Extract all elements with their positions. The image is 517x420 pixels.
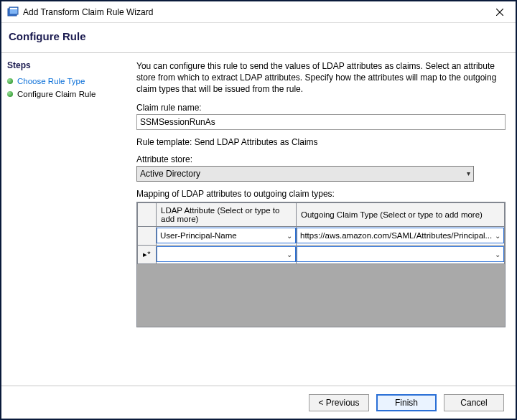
chevron-down-icon: ⌄ <box>287 232 292 240</box>
header-area: Configure Rule <box>1 23 516 53</box>
step-bullet-icon <box>7 78 13 84</box>
window-title: Add Transform Claim Rule Wizard <box>23 7 485 17</box>
claim-rule-name-input[interactable] <box>136 114 506 130</box>
row-header-blank <box>138 202 157 226</box>
step-label: Configure Claim Rule <box>17 90 96 98</box>
steps-header: Steps <box>7 60 121 70</box>
outgoing-claim-select[interactable]: https://aws.amazon.com/SAML/Attributes/P… <box>297 228 504 243</box>
ldap-attribute-value: User-Principal-Name <box>160 231 237 240</box>
rule-description: You can configure this rule to send the … <box>136 60 506 95</box>
mapping-table: LDAP Attribute (Select or type to add mo… <box>137 202 505 264</box>
svg-rect-2 <box>10 8 17 9</box>
page-title: Configure Rule <box>9 30 508 42</box>
close-icon <box>496 9 503 16</box>
app-icon <box>7 6 19 18</box>
main-panel: You can configure this rule to send the … <box>128 53 516 386</box>
attribute-store-value: Active Directory <box>140 169 200 179</box>
finish-button[interactable]: Finish <box>376 394 437 411</box>
attribute-store-label: Attribute store: <box>136 154 506 164</box>
steps-sidebar: Steps Choose Rule Type Configure Claim R… <box>1 53 128 386</box>
mapping-grid: LDAP Attribute (Select or type to add mo… <box>136 202 506 327</box>
mapping-label: Mapping of LDAP attributes to outgoing c… <box>136 189 506 199</box>
row-marker <box>138 226 157 245</box>
cancel-button[interactable]: Cancel <box>444 394 504 411</box>
row-marker: ▸* <box>138 245 157 263</box>
rule-template-label: Rule template: Send LDAP Attributes as C… <box>136 137 506 147</box>
table-row: User-Principal-Name ⌄ https://aws.amazon… <box>138 226 505 245</box>
step-link[interactable]: Choose Rule Type <box>17 77 85 85</box>
claim-rule-name-label: Claim rule name: <box>136 103 506 113</box>
col-ldap-attribute: LDAP Attribute (Select or type to add mo… <box>157 202 297 226</box>
outgoing-claim-value: https://aws.amazon.com/SAML/Attributes/P… <box>300 231 492 240</box>
chevron-down-icon: ⌄ <box>495 251 500 258</box>
chevron-down-icon: ⌄ <box>495 232 500 240</box>
step-choose-rule-type[interactable]: Choose Rule Type <box>7 75 121 88</box>
table-row: ▸* ⌄ ⌄ <box>138 245 505 263</box>
ldap-attribute-select[interactable]: ⌄ <box>157 246 296 262</box>
close-button[interactable] <box>485 2 514 22</box>
content-row: Steps Choose Rule Type Configure Claim R… <box>1 53 516 386</box>
outgoing-claim-select[interactable]: ⌄ <box>297 246 504 262</box>
title-bar: Add Transform Claim Rule Wizard <box>1 1 516 23</box>
chevron-down-icon: ⌄ <box>287 251 292 258</box>
footer-buttons: < Previous Finish Cancel <box>1 386 516 419</box>
chevron-down-icon: ▾ <box>467 169 470 177</box>
col-outgoing-claim: Outgoing Claim Type (Select or type to a… <box>297 202 505 226</box>
step-configure-claim-rule[interactable]: Configure Claim Rule <box>7 88 121 101</box>
ldap-attribute-select[interactable]: User-Principal-Name ⌄ <box>157 228 296 243</box>
previous-button[interactable]: < Previous <box>309 394 369 411</box>
step-bullet-icon <box>7 91 13 97</box>
table-header-row: LDAP Attribute (Select or type to add mo… <box>138 202 505 226</box>
attribute-store-select[interactable]: Active Directory ▾ <box>136 166 474 182</box>
wizard-window: Add Transform Claim Rule Wizard Configur… <box>0 0 517 420</box>
